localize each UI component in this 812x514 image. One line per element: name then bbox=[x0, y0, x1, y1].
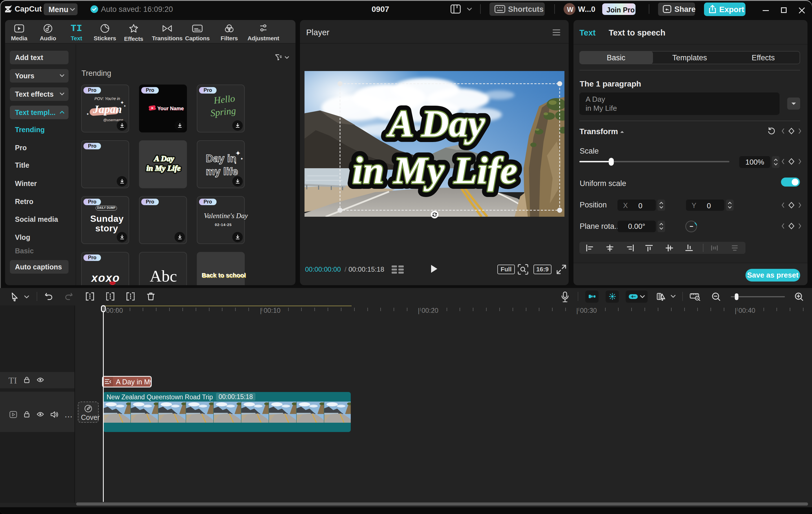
svg-text:A Day: A Day bbox=[154, 154, 174, 163]
svg-text:in My Life: in My Life bbox=[146, 164, 180, 173]
svg-text:A Day: A Day bbox=[386, 102, 485, 145]
svg-text:in My Life: in My Life bbox=[352, 149, 517, 191]
